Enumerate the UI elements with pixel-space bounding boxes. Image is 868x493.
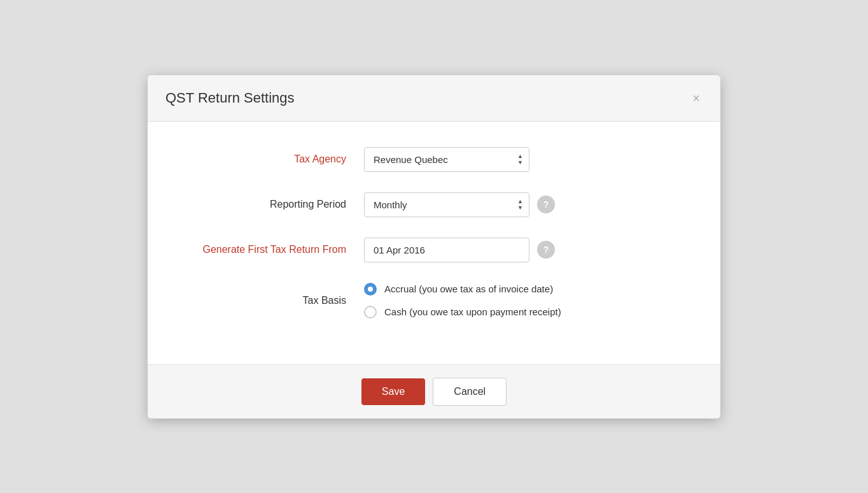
- dialog-title: QST Return Settings: [165, 90, 295, 106]
- close-button[interactable]: ×: [690, 89, 703, 107]
- tax-agency-control-wrap: Revenue Quebec ▲ ▼: [364, 147, 529, 172]
- accrual-radio-input[interactable]: [364, 283, 377, 296]
- tax-agency-select-wrapper: Revenue Quebec ▲ ▼: [364, 147, 529, 172]
- reporting-period-help-icon[interactable]: ?: [537, 196, 555, 213]
- accrual-radio-option[interactable]: Accrual (you owe tax as of invoice date): [364, 283, 561, 296]
- cash-radio-label: Cash (you owe tax upon payment receipt): [384, 306, 561, 317]
- generate-first-label: Generate First Tax Return From: [186, 244, 364, 255]
- tax-basis-label: Tax Basis: [186, 295, 364, 306]
- reporting-period-select-wrapper: Monthly Quarterly Annually ▲ ▼: [364, 192, 529, 217]
- tax-basis-radio-group: Accrual (you owe tax as of invoice date)…: [364, 283, 561, 318]
- tax-agency-row: Tax Agency Revenue Quebec ▲ ▼: [186, 147, 682, 172]
- cancel-button[interactable]: Cancel: [433, 378, 507, 406]
- cash-radio-input[interactable]: [364, 306, 377, 318]
- cash-radio-option[interactable]: Cash (you owe tax upon payment receipt): [364, 306, 561, 318]
- reporting-period-control-wrap: Monthly Quarterly Annually ▲ ▼ ?: [364, 192, 555, 217]
- reporting-period-row: Reporting Period Monthly Quarterly Annua…: [186, 192, 682, 217]
- generate-first-input[interactable]: [364, 238, 529, 262]
- accrual-radio-label: Accrual (you owe tax as of invoice date): [384, 283, 553, 294]
- qst-return-settings-dialog: QST Return Settings × Tax Agency Revenue…: [148, 75, 720, 418]
- dialog-body: Tax Agency Revenue Quebec ▲ ▼ Reporting …: [148, 122, 720, 364]
- generate-first-help-icon[interactable]: ?: [537, 241, 555, 259]
- save-button[interactable]: Save: [361, 378, 425, 405]
- tax-basis-row: Tax Basis Accrual (you owe tax as of inv…: [186, 283, 682, 318]
- dialog-header: QST Return Settings ×: [148, 75, 720, 122]
- generate-first-row: Generate First Tax Return From ?: [186, 238, 682, 262]
- tax-agency-select[interactable]: Revenue Quebec: [364, 147, 529, 172]
- reporting-period-label: Reporting Period: [186, 199, 364, 210]
- tax-agency-label: Tax Agency: [186, 154, 364, 165]
- dialog-footer: Save Cancel: [148, 364, 720, 418]
- reporting-period-select[interactable]: Monthly Quarterly Annually: [364, 192, 529, 217]
- generate-first-control-wrap: ?: [364, 238, 555, 262]
